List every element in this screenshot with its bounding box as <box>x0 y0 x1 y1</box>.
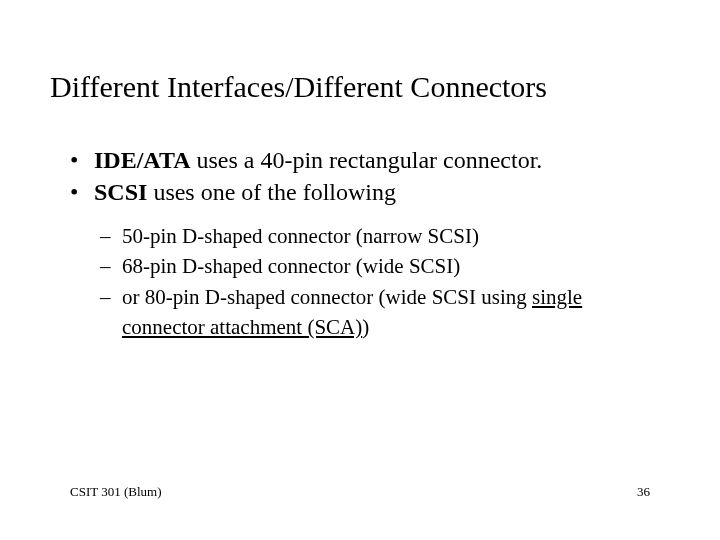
bullet-1-rest: uses a 40-pin rectangular connector. <box>190 147 542 173</box>
sub-2-text: 68-pin D-shaped connector (wide SCSI) <box>122 251 650 281</box>
footer-left: CSIT 301 (Blum) <box>70 484 162 500</box>
footer-right: 36 <box>637 484 650 500</box>
bullet-2-rest: uses one of the following <box>147 179 396 205</box>
bullet-list: • IDE/ATA uses a 40-pin rectangular conn… <box>70 144 650 209</box>
sub-marker: – <box>100 221 122 251</box>
sub-2: – 68-pin D-shaped connector (wide SCSI) <box>100 251 650 281</box>
bullet-1-text: IDE/ATA uses a 40-pin rectangular connec… <box>94 144 650 176</box>
sub-marker: – <box>100 282 122 343</box>
bullet-2-bold: SCSI <box>94 179 147 205</box>
slide: Different Interfaces/Different Connector… <box>0 0 720 540</box>
sub-bullet-list: – 50-pin D-shaped connector (narrow SCSI… <box>70 221 650 343</box>
bullet-marker: • <box>70 144 94 176</box>
slide-title: Different Interfaces/Different Connector… <box>0 0 720 104</box>
bullet-2: • SCSI uses one of the following <box>70 176 650 208</box>
bullet-marker: • <box>70 176 94 208</box>
bullet-2-text: SCSI uses one of the following <box>94 176 650 208</box>
sub-3-pre: or 80-pin D-shaped connector (wide SCSI … <box>122 285 532 309</box>
slide-body: • IDE/ATA uses a 40-pin rectangular conn… <box>0 104 720 343</box>
slide-footer: CSIT 301 (Blum) 36 <box>0 484 720 500</box>
bullet-1-bold: IDE/ATA <box>94 147 190 173</box>
sub-marker: – <box>100 251 122 281</box>
sub-1: – 50-pin D-shaped connector (narrow SCSI… <box>100 221 650 251</box>
sub-1-text: 50-pin D-shaped connector (narrow SCSI) <box>122 221 650 251</box>
sub-3-post: ) <box>362 315 369 339</box>
sub-3: – or 80-pin D-shaped connector (wide SCS… <box>100 282 650 343</box>
sub-3-text: or 80-pin D-shaped connector (wide SCSI … <box>122 282 650 343</box>
bullet-1: • IDE/ATA uses a 40-pin rectangular conn… <box>70 144 650 176</box>
